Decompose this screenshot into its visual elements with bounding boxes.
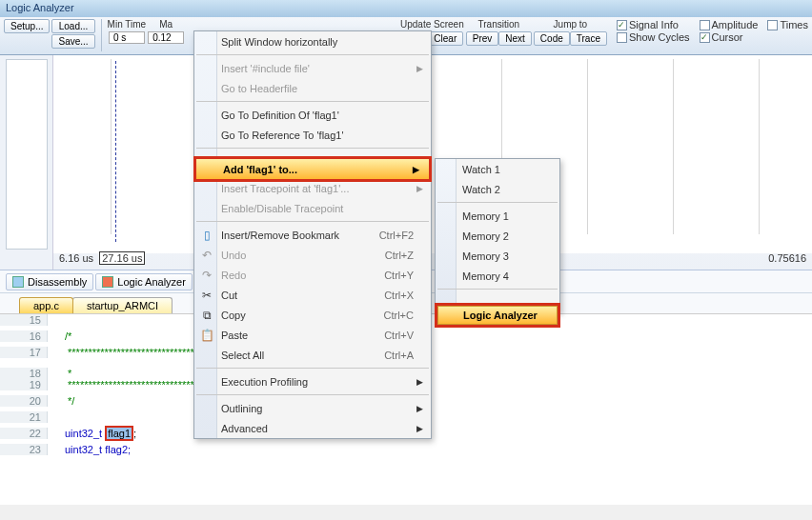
selected-identifier[interactable]: flag1 (105, 426, 133, 441)
tab-disassembly[interactable]: Disassembly (6, 273, 93, 290)
menu-enable-tracepoint: Enable/Disable Tracepoint (194, 198, 431, 218)
cursor-label: Cursor (712, 31, 743, 43)
tab-logic-analyzer[interactable]: Logic Analyzer (95, 273, 193, 290)
cursor-checkbox[interactable]: ✓ (700, 32, 710, 43)
show-cycles-checkbox[interactable] (617, 32, 627, 43)
jump-to-header: Jump to (554, 19, 588, 30)
submenu-watch1[interactable]: Watch 1 (436, 159, 559, 179)
setup-button[interactable]: Setup... (4, 19, 50, 33)
ma-input[interactable] (148, 31, 184, 44)
paste-icon: 📋 (200, 329, 213, 342)
submenu-memory4[interactable]: Memory 4 (436, 266, 559, 286)
submenu-logic-analyzer[interactable]: Logic Analyzer (437, 306, 558, 325)
window-title: Logic Analyzer (6, 2, 74, 13)
menu-undo: ↶UndoCtrl+Z (194, 245, 431, 265)
signal-info-checkbox[interactable]: ✓ (617, 20, 627, 30)
menu-paste[interactable]: 📋PasteCtrl+V (194, 325, 431, 345)
redo-icon: ↷ (200, 269, 213, 282)
menu-redo: ↷RedoCtrl+Y (194, 265, 431, 285)
logic-analyzer-icon (102, 276, 113, 288)
cut-icon: ✂ (200, 289, 213, 302)
submenu-watch2[interactable]: Watch 2 (436, 179, 559, 199)
show-cycles-label: Show Cycles (629, 31, 690, 43)
menu-add-to[interactable]: Add 'flag1' to...▶ (193, 156, 432, 182)
time-axis: 6.16 us 27.16 us 0.75616 (53, 252, 812, 268)
menu-goto-definition[interactable]: Go To Definition Of 'flag1' (194, 105, 431, 125)
menu-outlining[interactable]: Outlining▶ (194, 398, 431, 418)
menu-advanced[interactable]: Advanced▶ (194, 418, 431, 438)
menu-copy[interactable]: ⧉CopyCtrl+C (194, 305, 431, 325)
submenu-memory1[interactable]: Memory 1 (436, 206, 559, 226)
bookmark-icon: ▯ (200, 229, 213, 242)
signal-info-label: Signal Info (629, 19, 679, 30)
signal-marker (115, 61, 116, 242)
times-checkbox[interactable] (767, 20, 778, 30)
submenu-add-to: Watch 1 Watch 2 Memory 1 Memory 2 Memory… (435, 158, 560, 312)
file-tab-app-c[interactable]: app.c (19, 297, 73, 313)
submenu-memory3[interactable]: Memory 3 (436, 246, 559, 266)
menu-execution-profiling[interactable]: Execution Profiling▶ (194, 371, 431, 391)
amplitude-label: Amplitude (712, 19, 759, 30)
menu-goto-reference[interactable]: Go To Reference To 'flag1' (194, 125, 431, 145)
submenu-memory2[interactable]: Memory 2 (436, 226, 559, 246)
amplitude-checkbox[interactable] (700, 20, 710, 30)
min-time-value: 0 s (109, 31, 145, 44)
time-mark: 27.16 us (99, 251, 145, 265)
menu-cut[interactable]: ✂CutCtrl+X (194, 285, 431, 305)
trace-button[interactable]: Trace (570, 31, 607, 46)
clear-button[interactable]: Clear (427, 31, 463, 46)
menu-go-headerfile: Go to Headerfile (194, 78, 431, 98)
analyzer-gutter (0, 55, 53, 270)
prev-button[interactable]: Prev (466, 31, 499, 46)
load-button[interactable]: Load... (51, 19, 94, 33)
copy-icon: ⧉ (200, 309, 213, 322)
submenu-logic-analyzer-highlight: Logic Analyzer (435, 303, 560, 328)
disassembly-icon (12, 276, 24, 288)
next-button[interactable]: Next (498, 31, 532, 46)
times-label: Times (780, 19, 808, 30)
min-time-header: Min Time (108, 19, 147, 30)
file-tab-startup[interactable]: startup_ARMCI (72, 297, 173, 313)
title-bar: Logic Analyzer (0, 0, 812, 17)
menu-select-all[interactable]: Select AllCtrl+A (194, 345, 431, 365)
gutter-box (6, 59, 48, 250)
context-menu: Split Window horizontally Insert '#inclu… (193, 30, 432, 439)
transition-header: Transition (478, 19, 520, 30)
save-button[interactable]: Save... (51, 34, 94, 49)
menu-insert-include: Insert '#include file'▶ (194, 58, 431, 78)
code-button[interactable]: Code (534, 31, 570, 46)
plot-area[interactable] (53, 55, 812, 253)
ma-header: Ma (159, 19, 173, 30)
undo-icon: ↶ (200, 249, 213, 262)
update-screen-header: Update Screen (400, 19, 464, 30)
menu-bookmark[interactable]: ▯Insert/Remove BookmarkCtrl+F2 (194, 225, 431, 245)
menu-split-window[interactable]: Split Window horizontally (194, 31, 431, 51)
